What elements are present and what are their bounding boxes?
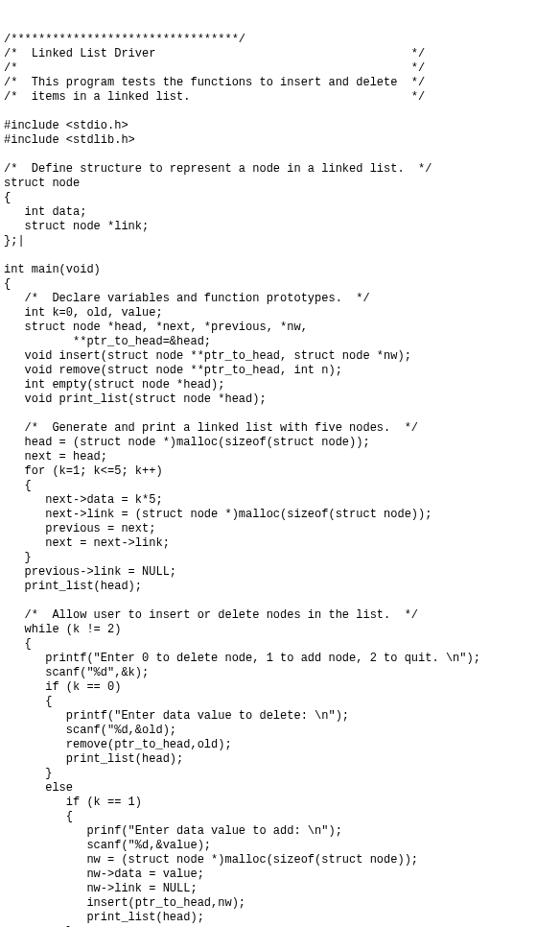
code-line <box>4 148 556 162</box>
code-line: int data; <box>4 205 556 220</box>
code-line: remove(ptr_to_head,old); <box>4 738 556 752</box>
code-line <box>4 105 556 119</box>
code-line: } <box>4 767 556 781</box>
code-line: nw->link = NULL; <box>4 882 556 896</box>
code-line: else <box>4 781 556 796</box>
code-line: /* items in a linked list. */ <box>4 90 556 105</box>
code-line: { <box>4 695 556 709</box>
code-line: printf("Enter 0 to delete node, 1 to add… <box>4 652 556 666</box>
code-line: nw = (struct node *)malloc(sizeof(struct… <box>4 853 556 868</box>
code-line <box>4 407 556 421</box>
code-line: print_list(head); <box>4 911 556 925</box>
code-line: void print_list(struct node *head); <box>4 392 556 407</box>
code-line: int k=0, old, value; <box>4 306 556 321</box>
code-line: void remove(struct node **ptr_to_head, i… <box>4 364 556 378</box>
code-line: next = next->link; <box>4 536 556 551</box>
code-line: while (k != 2) <box>4 623 556 637</box>
code-line: print_list(head); <box>4 580 556 594</box>
code-line: prinf("Enter data value to add: \n"); <box>4 824 556 839</box>
code-line: if (k == 0) <box>4 680 556 695</box>
code-line: { <box>4 191 556 205</box>
code-line <box>4 249 556 263</box>
code-line: { <box>4 810 556 824</box>
code-line: previous = next; <box>4 522 556 536</box>
code-line: printf("Enter data value to delete: \n")… <box>4 709 556 724</box>
code-line: /*********************************/ <box>4 33 556 47</box>
code-line: for (k=1; k<=5; k++) <box>4 464 556 479</box>
code-line: scanf("%d,&value); <box>4 839 556 853</box>
code-line: int empty(struct node *head); <box>4 378 556 392</box>
code-line: head = (struct node *)malloc(sizeof(stru… <box>4 436 556 450</box>
code-line: if (k == 1) <box>4 796 556 810</box>
code-line: insert(ptr_to_head,nw); <box>4 896 556 911</box>
code-line: struct node <box>4 177 556 191</box>
code-line: scanf("%d,&old); <box>4 724 556 738</box>
code-line: print_list(head); <box>4 752 556 767</box>
code-block: /*********************************//* Li… <box>4 33 556 927</box>
code-line: /* Linked List Driver */ <box>4 47 556 61</box>
code-line: } <box>4 551 556 565</box>
code-line: { <box>4 637 556 652</box>
code-line: { <box>4 277 556 292</box>
code-line: int main(void) <box>4 263 556 277</box>
code-line: /* This program tests the functions to i… <box>4 76 556 90</box>
code-line: next->link = (struct node *)malloc(sizeo… <box>4 508 556 522</box>
code-line: next->data = k*5; <box>4 493 556 508</box>
code-line: /* Define structure to represent a node … <box>4 162 556 177</box>
code-line: { <box>4 479 556 493</box>
code-line: nw->data = value; <box>4 868 556 882</box>
code-line <box>4 594 556 608</box>
code-line: void insert(struct node **ptr_to_head, s… <box>4 349 556 364</box>
code-line: struct node *link; <box>4 220 556 234</box>
code-line: /* Generate and print a linked list with… <box>4 421 556 436</box>
code-line: scanf("%d",&k); <box>4 666 556 680</box>
code-line: #include <stdlib.h> <box>4 133 556 148</box>
code-line: previous->link = NULL; <box>4 565 556 580</box>
code-line: /* */ <box>4 61 556 76</box>
code-line: next = head; <box>4 450 556 464</box>
code-line: /* Declare variables and function protot… <box>4 292 556 306</box>
code-line: #include <stdio.h> <box>4 119 556 133</box>
code-line: /* Allow user to insert or delete nodes … <box>4 608 556 623</box>
code-line: struct node *head, *next, *previous, *nw… <box>4 321 556 335</box>
code-line: };| <box>4 234 556 249</box>
code-line: **ptr_to_head=&head; <box>4 335 556 349</box>
